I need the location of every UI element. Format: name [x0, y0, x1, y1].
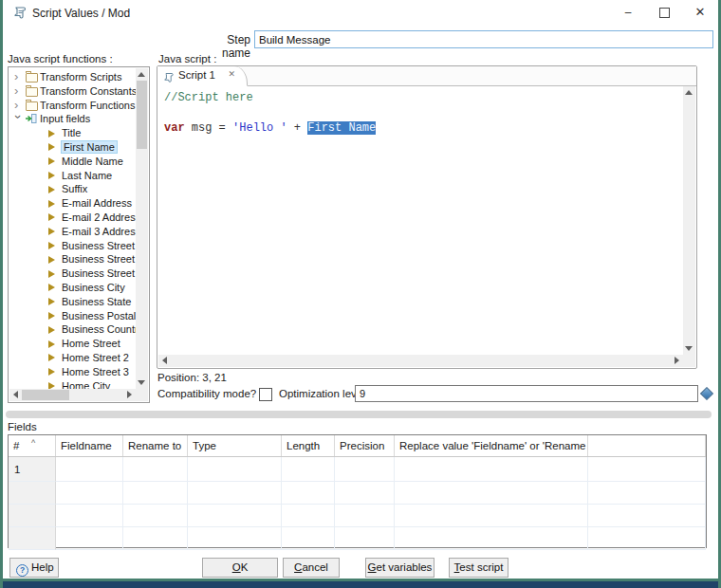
cancel-button[interactable]: Cancel	[283, 558, 340, 578]
scroll-left-icon[interactable]	[13, 391, 18, 398]
tree-item-e-mail-address[interactable]: E-mail Address	[9, 196, 136, 211]
chevron-expanded-icon[interactable]: ›	[11, 115, 25, 124]
tree-item-business-city[interactable]: Business City	[9, 281, 136, 295]
scroll-down-icon[interactable]	[138, 380, 145, 385]
scroll-right-icon[interactable]	[127, 391, 132, 398]
tree-item-business-state[interactable]: Business State	[9, 295, 136, 309]
table-cell[interactable]	[56, 505, 123, 527]
code-area[interactable]: //Script here var msg = 'Hello ' + First…	[158, 86, 683, 355]
column-header-precision[interactable]: Precision	[335, 435, 395, 456]
table-cell[interactable]: 1	[9, 457, 56, 482]
scroll-up-icon[interactable]	[138, 72, 145, 77]
tree-item-e-mail-3-address[interactable]: E-mail 3 Address	[9, 225, 136, 239]
step-name-input[interactable]	[254, 30, 713, 48]
table-cell[interactable]	[282, 482, 335, 505]
optimization-level-input[interactable]	[355, 385, 698, 402]
tree-item-business-street[interactable]: Business Street	[9, 239, 136, 253]
section-sash[interactable]	[6, 411, 712, 418]
tree-item-e-mail-2-address[interactable]: E-mail 2 Address	[9, 211, 136, 225]
table-cell[interactable]	[335, 457, 395, 482]
tree-item-transform-functions[interactable]: ›Transform Functions	[9, 99, 136, 113]
column-header-extra[interactable]	[588, 435, 706, 456]
scroll-up-icon[interactable]	[685, 90, 693, 95]
tree-item-home-street-3[interactable]: Home Street 3	[9, 365, 136, 379]
table-cell[interactable]	[188, 505, 282, 527]
table-cell[interactable]	[395, 482, 588, 505]
close-button[interactable]: ✕	[690, 3, 711, 22]
table-cell[interactable]	[9, 505, 56, 527]
chevron-right-icon[interactable]: ›	[14, 99, 24, 112]
tree-item-transform-constants[interactable]: ›Transform Constants	[9, 84, 136, 99]
column-header-type[interactable]: Type	[188, 435, 282, 456]
table-row[interactable]	[9, 505, 706, 527]
tree-item-first-name[interactable]: First Name	[9, 140, 136, 155]
table-cell[interactable]	[395, 505, 588, 527]
get-variables-button[interactable]: Get variables	[365, 558, 434, 578]
table-row[interactable]	[9, 527, 706, 550]
tree-item-suffix[interactable]: Suffix	[9, 182, 136, 196]
tree-item-last-name[interactable]: Last Name	[9, 169, 136, 183]
scroll-down-icon[interactable]	[685, 346, 693, 351]
chevron-right-icon[interactable]: ›	[14, 70, 24, 83]
editor-vertical-scrollbar[interactable]	[683, 86, 695, 355]
table-cell[interactable]	[588, 482, 706, 505]
tree-item-home-street-2[interactable]: Home Street 2	[9, 351, 136, 365]
ok-button[interactable]: OK	[202, 558, 278, 578]
table-cell[interactable]	[9, 482, 56, 505]
chevron-right-icon[interactable]: ›	[14, 84, 24, 98]
table-cell[interactable]	[335, 527, 395, 550]
tree-hscroll-thumb[interactable]	[22, 390, 69, 400]
tree-item-title[interactable]: Title	[9, 126, 136, 140]
table-cell[interactable]	[56, 457, 123, 482]
tree-item-business-country[interactable]: Business Country	[9, 322, 136, 337]
tree-item-business-postal-code[interactable]: Business Postal Code	[9, 309, 136, 323]
column-header--[interactable]: #^	[9, 435, 56, 456]
table-cell[interactable]	[9, 527, 56, 550]
script-tab[interactable]: Script 1 ✕	[157, 66, 248, 86]
column-header-length[interactable]: Length	[282, 435, 335, 456]
table-cell[interactable]	[123, 482, 188, 505]
table-cell[interactable]	[188, 527, 282, 550]
table-cell[interactable]	[282, 457, 335, 482]
tree-item-transform-scripts[interactable]: ›Transform Scripts	[9, 70, 136, 84]
maximize-button[interactable]	[654, 3, 675, 22]
column-header-replace-value-fieldname-or-rename-to-[interactable]: Replace value 'Fieldname' or 'Rename to'	[395, 435, 588, 456]
column-header-rename-to[interactable]: Rename to	[123, 435, 188, 456]
table-cell[interactable]	[395, 457, 588, 482]
table-cell[interactable]	[123, 505, 188, 527]
table-cell[interactable]	[56, 482, 123, 505]
tree-horizontal-scrollbar[interactable]	[9, 389, 136, 401]
table-cell[interactable]	[282, 505, 335, 527]
table-row[interactable]: 1	[9, 457, 706, 482]
help-button[interactable]: ?Help	[9, 558, 59, 578]
table-cell[interactable]	[123, 457, 188, 482]
scroll-right-icon[interactable]	[675, 357, 679, 364]
tab-close-icon[interactable]: ✕	[228, 69, 235, 79]
tree-item-business-street-3[interactable]: Business Street 3	[9, 266, 136, 281]
table-row[interactable]	[9, 482, 706, 505]
minimize-button[interactable]: –	[618, 3, 638, 22]
table-cell[interactable]	[282, 527, 335, 550]
column-header-fieldname[interactable]: Fieldname	[56, 435, 123, 456]
tree-item-home-city[interactable]: Home City	[9, 379, 136, 389]
tree-item-home-street[interactable]: Home Street	[9, 337, 136, 351]
table-cell[interactable]	[588, 527, 706, 550]
editor-horizontal-scrollbar[interactable]	[158, 355, 683, 367]
compatibility-mode-checkbox[interactable]	[259, 388, 272, 401]
table-cell[interactable]	[123, 527, 188, 550]
test-script-button[interactable]: Test script	[449, 558, 508, 578]
table-cell[interactable]	[56, 527, 123, 550]
variable-diamond-icon[interactable]	[700, 387, 713, 400]
tree-vertical-scrollbar[interactable]	[136, 68, 148, 389]
tree-item-business-street-2[interactable]: Business Street 2	[9, 252, 136, 266]
table-cell[interactable]	[335, 505, 395, 527]
table-cell[interactable]	[588, 457, 706, 482]
tree-item-middle-name[interactable]: Middle Name	[9, 155, 136, 169]
table-cell[interactable]	[395, 527, 588, 550]
tree-vscroll-thumb[interactable]	[137, 81, 147, 149]
tree-item-input-fields[interactable]: ›Input fields	[9, 112, 136, 126]
scroll-left-icon[interactable]	[162, 357, 167, 364]
table-cell[interactable]	[588, 505, 706, 527]
table-cell[interactable]	[188, 457, 282, 482]
table-cell[interactable]	[188, 482, 282, 505]
